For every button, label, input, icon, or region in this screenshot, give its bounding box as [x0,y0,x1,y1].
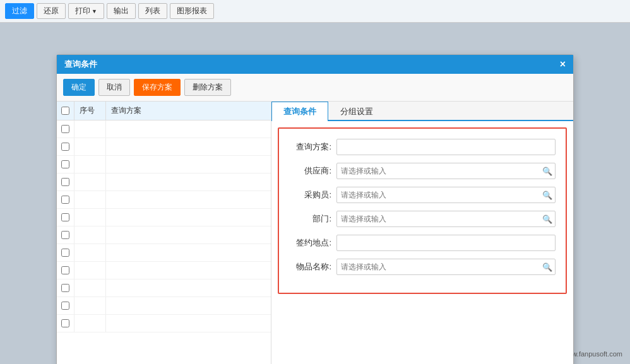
form-row-sign-location: 签约地点: [289,235,556,251]
row-name-cell [106,138,271,155]
query-form: 查询方案: 供应商: 🔍 [278,127,567,294]
purchaser-label: 采购员: [289,189,336,201]
query-plan-input[interactable] [336,139,556,155]
tab-group[interactable]: 分组设置 [328,102,385,121]
list-row [57,297,271,315]
print-arrow-icon: ▼ [92,8,97,15]
col-num-label: 序号 [80,105,95,116]
row-checkbox-cell [57,209,74,226]
department-search-button[interactable]: 🔍 [539,211,556,227]
row-name-cell [106,226,271,244]
row-checkbox[interactable] [61,143,69,151]
form-row-supplier: 供应商: 🔍 [289,163,556,179]
row-num-cell [74,244,106,261]
row-num-cell [74,156,106,173]
export-button[interactable]: 输出 [107,3,136,19]
row-checkbox[interactable] [61,160,69,168]
list-row [57,209,271,226]
item-name-input-wrapper: 🔍 [336,259,556,275]
row-num-cell [74,138,106,155]
modal-overlay: 查询条件 × 确定 取消 保存方案 删除方案 [0,23,630,364]
modal-close-button[interactable]: × [560,59,566,69]
row-checkbox[interactable] [61,196,69,204]
modal-header: 查询条件 × [57,55,573,74]
purchaser-search-icon: 🔍 [542,191,552,200]
row-checkbox-cell [57,226,74,244]
list-rows [57,120,271,364]
toolbar: 过滤 还原 打印 ▼ 输出 列表 图形报表 [0,0,630,23]
row-num-cell [74,315,106,332]
select-all-checkbox[interactable] [61,107,69,115]
row-checkbox-cell [57,156,74,173]
row-checkbox-cell [57,173,74,191]
row-checkbox[interactable] [61,302,69,310]
tab-query[interactable]: 查询条件 [271,102,328,121]
department-input-wrapper: 🔍 [336,211,556,227]
purchaser-search-button[interactable]: 🔍 [539,187,556,203]
row-num-cell [74,226,106,244]
row-num-cell [74,173,106,191]
row-checkbox-cell [57,279,74,296]
confirm-button[interactable]: 确定 [63,79,95,96]
list-row [57,262,271,279]
supplier-search-button[interactable]: 🔍 [539,163,556,179]
row-name-cell [106,173,271,191]
row-num-cell [74,120,106,138]
tabs: 查询条件 分组设置 [271,102,573,121]
row-checkbox-cell [57,120,74,138]
purchaser-input[interactable] [336,187,556,203]
chart-button[interactable]: 图形报表 [170,3,214,19]
save-plan-button[interactable]: 保存方案 [134,79,181,96]
filter-button[interactable]: 过滤 [5,3,34,19]
row-num-cell [74,191,106,208]
row-checkbox[interactable] [61,178,69,186]
row-num-cell [74,262,106,279]
row-checkbox-cell [57,297,74,314]
row-name-cell [106,156,271,173]
list-header: 序号 查询方案 [57,102,271,120]
row-name-cell [106,279,271,296]
row-checkbox[interactable] [61,125,69,133]
row-name-cell [106,315,271,332]
list-button[interactable]: 列表 [138,3,167,19]
row-checkbox[interactable] [61,231,69,239]
row-num-cell [74,209,106,226]
header-num-cell: 序号 [74,102,106,120]
row-checkbox[interactable] [61,319,69,327]
item-name-search-button[interactable]: 🔍 [539,259,556,275]
header-checkbox-cell [57,102,74,120]
department-search-icon: 🔍 [542,214,552,224]
row-checkbox[interactable] [61,266,69,274]
form-row-query-plan: 查询方案: [289,139,556,155]
list-row [57,120,271,138]
row-checkbox-cell [57,138,74,155]
row-name-cell [106,120,271,138]
supplier-search-icon: 🔍 [542,167,552,176]
modal-dialog: 查询条件 × 确定 取消 保存方案 删除方案 [56,54,574,364]
delete-plan-button[interactable]: 删除方案 [184,79,231,96]
supplier-input[interactable] [336,163,556,179]
sign-location-input[interactable] [336,235,556,251]
supplier-label: 供应商: [289,165,336,177]
list-row [57,279,271,297]
form-row-item-name: 物品名称: 🔍 [289,259,556,275]
row-checkbox-cell [57,244,74,261]
print-button[interactable]: 打印 ▼ [68,3,104,19]
item-name-input[interactable] [336,259,556,275]
row-checkbox-cell [57,191,74,208]
list-row [57,191,271,209]
row-checkbox[interactable] [61,213,69,221]
row-checkbox-cell [57,262,74,279]
row-checkbox[interactable] [61,249,69,257]
row-num-cell [74,297,106,314]
restore-button[interactable]: 还原 [37,3,66,19]
list-row [57,226,271,244]
cancel-button[interactable]: 取消 [98,79,130,96]
sign-location-label: 签约地点: [289,237,336,249]
department-input[interactable] [336,211,556,227]
list-row [57,138,271,156]
print-label: 打印 [75,6,90,16]
query-plan-label: 查询方案: [289,141,336,153]
col-name-label: 查询方案 [111,105,141,116]
row-checkbox[interactable] [61,284,69,292]
